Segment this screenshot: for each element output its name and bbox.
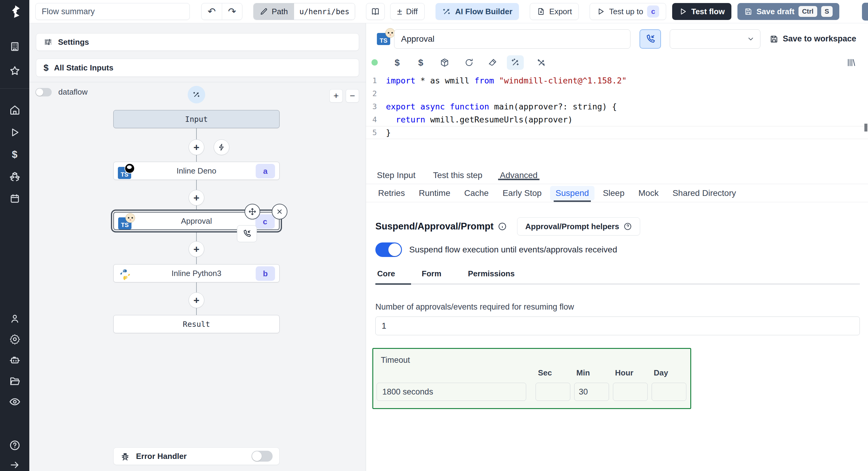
all-static-inputs-button[interactable]: $ All Static Inputs: [36, 59, 359, 77]
tab-early-stop[interactable]: Early Stop: [503, 184, 541, 202]
save-to-workspace-button[interactable]: Save to workspace: [770, 34, 856, 43]
windmill-logo[interactable]: [5, 2, 24, 21]
resources-icon[interactable]: [9, 171, 21, 183]
error-handler-card[interactable]: Error Handler: [113, 447, 280, 465]
folders-icon[interactable]: [9, 375, 21, 387]
schedules-icon[interactable]: [9, 193, 21, 205]
suspend-tab-form[interactable]: Form: [422, 269, 441, 278]
delete-node-button[interactable]: [272, 204, 287, 219]
code-line-2[interactable]: 2: [366, 87, 868, 100]
tab-suspend[interactable]: Suspend: [556, 184, 589, 202]
all-static-inputs-label: All Static Inputs: [54, 63, 113, 72]
reset-icon[interactable]: [462, 56, 476, 69]
tab-retries[interactable]: Retries: [378, 184, 405, 202]
test-up-to-button[interactable]: Test up to c: [590, 3, 666, 20]
variables-icon[interactable]: $: [414, 56, 427, 69]
approval-step-toggle-button[interactable]: [640, 29, 661, 49]
flow-node-inline-deno[interactable]: TS Inline Deno a: [113, 162, 280, 180]
redo-button[interactable]: ↷: [222, 3, 242, 20]
approval-prompt-helpers-button[interactable]: Approval/Prompt helpers: [517, 217, 640, 235]
step-detail-panel: TS Save to workspace $ $: [366, 23, 868, 471]
export-button[interactable]: Export: [530, 3, 579, 20]
kbd-ctrl: Ctrl: [799, 6, 817, 17]
suspend-tab-core[interactable]: Core: [377, 269, 395, 278]
timeout-hour-input[interactable]: [613, 383, 648, 401]
node-label: Inline Python3: [172, 269, 221, 278]
tab-cache[interactable]: Cache: [464, 184, 489, 202]
ai-generate-icon[interactable]: [507, 55, 524, 70]
flow-node-result[interactable]: Result: [113, 315, 280, 333]
ai-graph-wand-button[interactable]: [188, 86, 205, 104]
test-flow-button[interactable]: Test flow: [672, 3, 732, 20]
step-name-input[interactable]: [394, 29, 630, 49]
add-step-button[interactable]: +: [189, 241, 204, 257]
editor-scrollbar[interactable]: [864, 124, 867, 131]
timeout-total-input[interactable]: [377, 383, 526, 401]
move-node-button[interactable]: [245, 204, 260, 219]
tab-advanced[interactable]: Advanced: [500, 171, 538, 180]
code-line-1[interactable]: 1import * as wmill from "windmill-client…: [366, 74, 868, 87]
variables-icon[interactable]: $: [9, 148, 21, 160]
tab-runtime[interactable]: Runtime: [419, 184, 450, 202]
timeout-day-input[interactable]: [652, 383, 686, 401]
approval-phone-icon[interactable]: [237, 225, 257, 242]
ai-flow-builder-button[interactable]: AI Flow Builder: [435, 3, 519, 20]
flow-summary-input[interactable]: [35, 3, 190, 20]
library-icon[interactable]: [844, 56, 858, 69]
trigger-button[interactable]: [214, 139, 229, 155]
helpers-label: Approval/Prompt helpers: [525, 222, 619, 231]
settings-icon[interactable]: [9, 333, 21, 345]
timeout-min-input[interactable]: [574, 383, 609, 401]
code-line-3[interactable]: 3export async function main(approver?: s…: [366, 100, 868, 113]
script-version-select[interactable]: [670, 29, 761, 49]
code-editor[interactable]: 1import * as wmill from "windmill-client…: [366, 70, 868, 167]
users-icon[interactable]: [9, 313, 21, 325]
code-line-5[interactable]: 5}: [366, 126, 868, 139]
tab-sleep[interactable]: Sleep: [603, 184, 625, 202]
add-step-button[interactable]: +: [189, 139, 204, 155]
bug-icon: [120, 451, 130, 461]
approvals-count-input[interactable]: [375, 317, 860, 335]
line-number: 4: [366, 115, 386, 124]
help-icon[interactable]: [9, 439, 21, 451]
suspend-tab-permissions[interactable]: Permissions: [468, 269, 515, 278]
favorites-icon[interactable]: [9, 65, 21, 77]
ai-fix-icon[interactable]: [535, 56, 548, 69]
undo-button[interactable]: ↶: [202, 3, 222, 20]
step-id-badge: a: [256, 164, 275, 178]
flow-node-inline-python3[interactable]: Inline Python3 b: [113, 264, 280, 282]
flow-node-input[interactable]: Input: [113, 110, 280, 128]
path-button[interactable]: Path u/henri/bes: [253, 3, 355, 20]
collapse-sidebar-icon[interactable]: [9, 459, 21, 471]
tab-mock[interactable]: Mock: [638, 184, 658, 202]
zoom-in-button[interactable]: +: [330, 89, 343, 102]
workspace-icon[interactable]: [9, 40, 21, 53]
deploy-button-partial[interactable]: [862, 3, 868, 21]
error-handler-toggle[interactable]: [251, 451, 273, 462]
tab-step-input[interactable]: Step Input: [377, 171, 415, 180]
package-icon[interactable]: [438, 56, 451, 69]
bun-language-icon: TS: [118, 215, 133, 229]
add-step-button[interactable]: +: [189, 292, 204, 308]
diff-button[interactable]: ± Diff: [390, 3, 425, 20]
tab-test-this-step[interactable]: Test this step: [433, 171, 483, 180]
docs-button[interactable]: [366, 3, 385, 20]
info-icon[interactable]: [498, 222, 507, 231]
timeout-sec-input[interactable]: [535, 383, 570, 401]
schema-icon[interactable]: $: [391, 56, 404, 69]
dataflow-toggle[interactable]: [35, 88, 52, 96]
code-line-4[interactable]: 4 return wmill.getResumeUrls(approver): [366, 113, 868, 126]
save-draft-button[interactable]: Save draft Ctrl S: [738, 3, 839, 20]
runs-icon[interactable]: [9, 126, 21, 139]
format-icon[interactable]: [486, 56, 499, 69]
home-icon[interactable]: [9, 104, 21, 116]
play-icon: [679, 7, 687, 16]
add-step-button[interactable]: +: [189, 190, 204, 206]
suspend-toggle[interactable]: [375, 242, 402, 257]
audit-logs-icon[interactable]: [9, 396, 21, 408]
zoom-out-button[interactable]: −: [346, 89, 359, 102]
flow-settings-button[interactable]: Settings: [36, 33, 359, 51]
tab-shared-directory[interactable]: Shared Directory: [673, 184, 736, 202]
workers-icon[interactable]: [9, 354, 21, 366]
test-up-to-step-badge: c: [647, 5, 659, 18]
